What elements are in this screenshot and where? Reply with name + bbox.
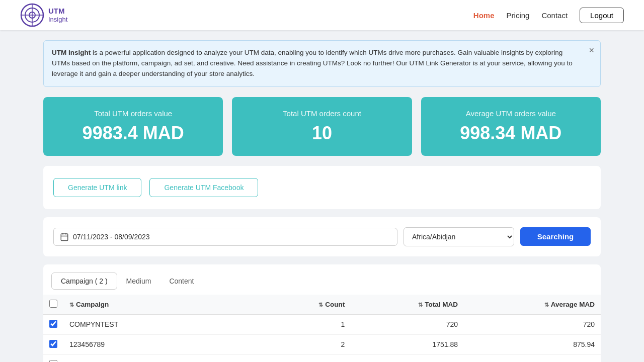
stat-cards: Total UTM orders value 9983.4 MAD Total … [43, 97, 601, 156]
header-checkbox [43, 295, 63, 315]
row-count: 1 [267, 314, 351, 334]
sort-total-icon: ⇅ [418, 302, 423, 308]
utm-buttons-section: Generate UTM link Generate UTM Facebook [43, 166, 601, 209]
stat-label-2: Average UTM orders value [431, 109, 591, 118]
row-average: 875.94 [464, 354, 601, 362]
stat-card-2: Average UTM orders value 998.34 MAD [421, 97, 601, 156]
row-campaign: COMPYNTEST [63, 314, 267, 334]
searching-button[interactable]: Searching [520, 227, 591, 246]
sort-count-icon: ⇅ [318, 302, 323, 308]
info-banner: UTM Insight is a powerful application de… [43, 40, 601, 87]
table-header-row: ⇅Campaign ⇅Count ⇅Total MAD ⇅Average MAD [43, 295, 601, 315]
stat-value-1: 10 [242, 123, 401, 144]
campaign-table: ⇅Campaign ⇅Count ⇅Total MAD ⇅Average MAD [43, 295, 601, 362]
stat-card-0: Total UTM orders value 9983.4 MAD [43, 97, 223, 156]
table-row: 123456789 2 1751.88 875.94 [43, 334, 601, 354]
date-range-input[interactable]: 07/11/2023 - 08/09/2023 [53, 228, 397, 246]
header-average-mad[interactable]: ⇅Average MAD [464, 295, 601, 315]
banner-text: is a powerful application designed to an… [52, 49, 573, 77]
sort-campaign-icon: ⇅ [69, 302, 74, 308]
tabs-row: Campaign ( 2 ) Medium Content [43, 273, 601, 290]
svg-rect-5 [61, 234, 68, 241]
tab-content[interactable]: Content [160, 273, 203, 289]
stat-value-0: 9983.4 MAD [53, 123, 213, 144]
date-range-value: 07/11/2023 - 08/09/2023 [73, 233, 150, 241]
main-content: UTM Insight is a powerful application de… [35, 30, 609, 362]
sort-average-icon: ⇅ [544, 302, 549, 308]
table-body: COMPYNTEST 1 720 720 123456789 2 1751.88… [43, 314, 601, 362]
row-average: 875.94 [464, 334, 601, 354]
row-checkbox[interactable] [49, 340, 57, 348]
row-checkbox[interactable] [49, 320, 57, 328]
header-campaign[interactable]: ⇅Campaign [63, 295, 267, 315]
logout-button[interactable]: Logout [580, 8, 624, 23]
row-checkbox[interactable] [49, 360, 57, 362]
row-average: 720 [464, 314, 601, 334]
row-total: 720 [351, 314, 464, 334]
row-count: 2 [267, 334, 351, 354]
row-checkbox-cell[interactable] [43, 334, 63, 354]
close-banner-button[interactable]: × [589, 46, 594, 55]
header-total-mad[interactable]: ⇅Total MAD [351, 295, 464, 315]
row-campaign: 1345678 [63, 354, 267, 362]
row-checkbox-cell[interactable] [43, 314, 63, 334]
search-section: 07/11/2023 - 08/09/2023 Africa/Abidjan U… [43, 217, 601, 256]
navbar: UTM Insight Home Pricing Contact Logout [0, 0, 644, 30]
nav-pricing[interactable]: Pricing [507, 11, 530, 20]
timezone-select[interactable]: Africa/Abidjan UTC America/New_York Euro… [404, 227, 514, 246]
row-total: 1751.88 [351, 334, 464, 354]
tab-campaign[interactable]: Campaign ( 2 ) [51, 273, 117, 290]
stat-label-0: Total UTM orders value [53, 109, 213, 118]
select-all-checkbox[interactable] [49, 300, 57, 308]
nav-links: Home Pricing Contact Logout [473, 8, 624, 23]
row-campaign: 123456789 [63, 334, 267, 354]
header-count[interactable]: ⇅Count [267, 295, 351, 315]
table-section: Campaign ( 2 ) Medium Content ⇅Campaign … [43, 264, 601, 362]
generate-utm-link-button[interactable]: Generate UTM link [53, 178, 141, 197]
logo-icon [20, 3, 44, 27]
stat-label-1: Total UTM orders count [242, 109, 401, 118]
logo-area: UTM Insight [20, 3, 67, 27]
nav-contact[interactable]: Contact [541, 11, 568, 20]
row-total: 875.94 [351, 354, 464, 362]
table-row: COMPYNTEST 1 720 720 [43, 314, 601, 334]
table-row: 1345678 1 875.94 875.94 [43, 354, 601, 362]
tab-medium[interactable]: Medium [117, 273, 160, 289]
row-count: 1 [267, 354, 351, 362]
stat-value-2: 998.34 MAD [431, 123, 591, 144]
generate-utm-facebook-button[interactable]: Generate UTM Facebook [149, 178, 258, 197]
row-checkbox-cell[interactable] [43, 354, 63, 362]
calendar-icon [60, 232, 69, 241]
brand-name: UTM Insight [52, 49, 91, 56]
stat-card-1: Total UTM orders count 10 [232, 97, 412, 156]
logo-text: UTM Insight [48, 7, 67, 24]
nav-home[interactable]: Home [473, 11, 495, 20]
